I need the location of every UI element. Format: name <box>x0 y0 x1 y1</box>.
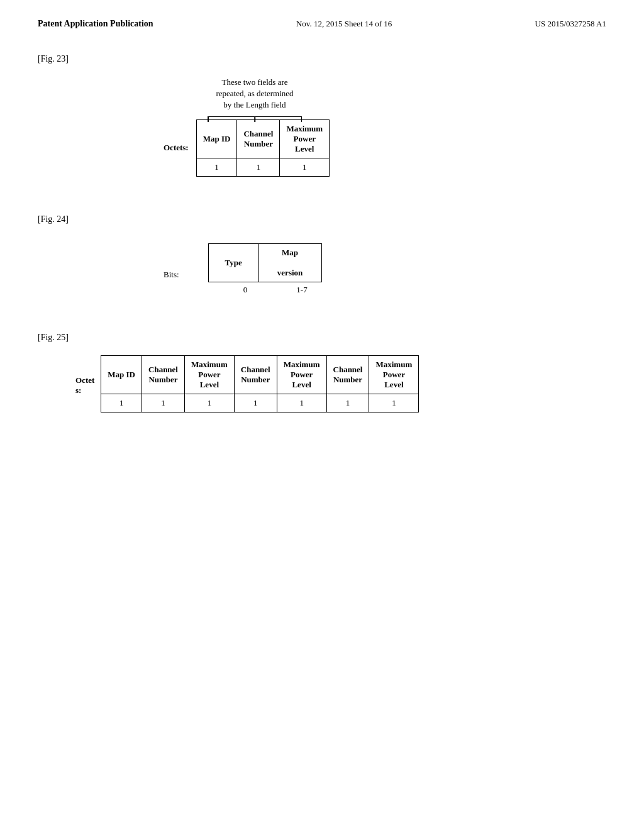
fig24-col-map: Mapversion <box>258 243 321 282</box>
fig23-val-mapid: 1 <box>196 158 237 176</box>
header-right: US 2015/0327258 A1 <box>535 19 606 29</box>
fig25-octets-label: Octet s: <box>75 355 94 396</box>
fig23-col-power: MaximumPowerLevel <box>280 119 330 158</box>
fig25-val-pwr1: 1 <box>184 394 234 412</box>
fig24-bits-val1: 1-7 <box>270 285 333 295</box>
fig25-val-ch2: 1 <box>234 394 277 412</box>
fig25-val-pwr2: 1 <box>277 394 326 412</box>
fig23-val-channel: 1 <box>237 158 280 176</box>
fig23-octets-label: Octets: <box>164 143 189 153</box>
fig25-val-ch3: 1 <box>326 394 369 412</box>
fig23-col-mapid: Map ID <box>196 119 237 158</box>
fig24-col-type: Type <box>208 243 258 282</box>
fig25-label: [Fig. 25] <box>38 333 606 343</box>
fig24-section: [Fig. 24] Bits: Type Mapversion 0 1-7 <box>38 214 606 295</box>
fig25-col-ch3: ChannelNumber <box>326 355 369 394</box>
fig23-bracket-note: These two fields are repeated, as determ… <box>216 77 293 111</box>
fig25-section: [Fig. 25] Octet s: Map ID ChannelNumber … <box>38 333 606 412</box>
fig24-table: Type Mapversion <box>208 243 322 282</box>
fig25-val-pwr3: 1 <box>369 394 419 412</box>
fig25-val-ch1: 1 <box>142 394 185 412</box>
fig24-label: [Fig. 24] <box>38 214 606 224</box>
fig23-section: [Fig. 23] These two fields are repeated,… <box>38 54 606 177</box>
fig23-val-power: 1 <box>280 158 330 176</box>
fig24-bits-val0: 0 <box>220 285 270 295</box>
fig25-col-pwr2: MaximumPowerLevel <box>277 355 326 394</box>
fig25-col-ch1: ChannelNumber <box>142 355 185 394</box>
fig23-table: Map ID ChannelNumber MaximumPowerLevel 1… <box>196 119 330 177</box>
fig23-col-channel: ChannelNumber <box>237 119 280 158</box>
fig25-val-mapid: 1 <box>101 394 142 412</box>
fig25-table: Map ID ChannelNumber MaximumPowerLevel C… <box>101 355 419 412</box>
header-center: Nov. 12, 2015 Sheet 14 of 16 <box>296 19 392 29</box>
fig25-col-pwr1: MaximumPowerLevel <box>184 355 234 394</box>
fig23-label: [Fig. 23] <box>38 54 606 64</box>
header-left: Patent Application Publication <box>38 19 153 29</box>
fig25-col-ch2: ChannelNumber <box>234 355 277 394</box>
fig25-col-mapid: Map ID <box>101 355 142 394</box>
fig24-bits-label: Bits: <box>164 270 179 282</box>
fig25-col-pwr3: MaximumPowerLevel <box>369 355 419 394</box>
